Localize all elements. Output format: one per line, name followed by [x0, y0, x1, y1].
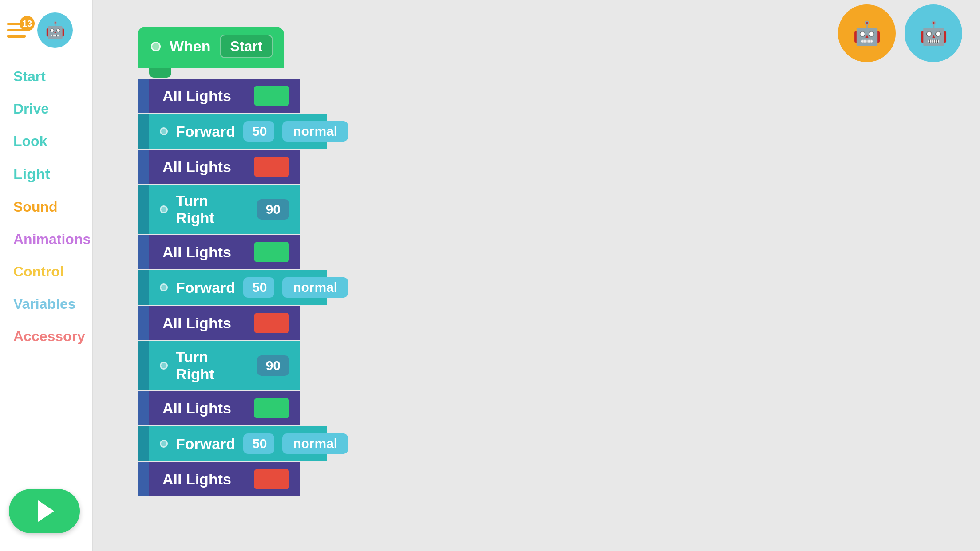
forward-mode-3[interactable]: normal: [282, 433, 348, 454]
sidebar-item-start[interactable]: Start: [0, 60, 92, 93]
all-lights-label-4: All Lights: [162, 315, 246, 332]
all-lights-label-6: All Lights: [162, 471, 246, 488]
connector-dot-forward3: [160, 440, 168, 448]
sidebar-item-look[interactable]: Look: [0, 125, 92, 157]
connector-dot-turn2: [160, 362, 168, 370]
sidebar-top: 13 🤖: [0, 4, 92, 56]
color-swatch-red-1[interactable]: [254, 157, 289, 177]
block-all-lights-3[interactable]: All Lights: [149, 235, 300, 269]
connector-dot-forward2: [160, 283, 168, 291]
block-forward-2[interactable]: Forward 50 normal: [149, 270, 327, 305]
forward-value-2[interactable]: 50: [243, 277, 274, 298]
block-when-start[interactable]: When Start: [138, 27, 284, 68]
block-turn-right-2[interactable]: Turn Right 90: [149, 341, 300, 390]
sidebar: 13 🤖 Start Drive Look Light Sound Animat…: [0, 0, 93, 551]
forward-mode-2[interactable]: normal: [282, 277, 348, 298]
play-icon: [38, 500, 54, 522]
sidebar-item-variables[interactable]: Variables: [0, 288, 92, 320]
connector-dot-turn1: [160, 205, 168, 213]
block-all-lights-5[interactable]: All Lights: [149, 391, 300, 425]
avatar-robot1[interactable]: 🤖: [838, 4, 896, 62]
turn-right-label-2: Turn Right: [176, 348, 249, 383]
main-canvas: 🤖 🤖 When Start All Lights: [93, 0, 980, 551]
turn-right-label-1: Turn Right: [176, 192, 249, 227]
sidebar-item-drive[interactable]: Drive: [0, 93, 92, 125]
color-swatch-red-2[interactable]: [254, 313, 289, 333]
block-forward-3[interactable]: Forward 50 normal: [149, 426, 327, 461]
sidebar-item-animations[interactable]: Animations: [0, 223, 92, 256]
color-swatch-green-2[interactable]: [254, 242, 289, 262]
sidebar-item-light[interactable]: Light: [0, 157, 92, 191]
block-forward-1[interactable]: Forward 50 normal: [149, 114, 327, 149]
play-button[interactable]: [9, 489, 80, 533]
block-all-lights-2[interactable]: All Lights: [149, 150, 300, 184]
notification-badge: 13: [20, 16, 35, 31]
color-swatch-red-3[interactable]: [254, 469, 289, 489]
menu-button[interactable]: 13: [7, 19, 33, 42]
forward-value-1[interactable]: 50: [243, 121, 274, 142]
sidebar-item-sound[interactable]: Sound: [0, 191, 92, 223]
block-all-lights-4[interactable]: All Lights: [149, 306, 300, 340]
block-all-lights-1[interactable]: All Lights: [149, 79, 300, 113]
when-label: When: [170, 38, 211, 55]
sidebar-nav: Start Drive Look Light Sound Animations …: [0, 56, 92, 551]
sidebar-item-accessory[interactable]: Accessory: [0, 320, 92, 353]
color-swatch-green-1[interactable]: [254, 86, 289, 106]
forward-label-3: Forward: [176, 435, 235, 453]
blocks-workspace: When Start All Lights Forward 50 normal: [138, 27, 327, 496]
turn-right-value-1[interactable]: 90: [257, 199, 289, 220]
color-swatch-green-3[interactable]: [254, 398, 289, 418]
forward-label-2: Forward: [176, 279, 235, 296]
connector-dot: [151, 42, 161, 51]
all-lights-label-3: All Lights: [162, 244, 246, 261]
block-turn-right-1[interactable]: Turn Right 90: [149, 185, 300, 234]
all-lights-label-2: All Lights: [162, 158, 246, 176]
block-all-lights-6[interactable]: All Lights: [149, 462, 300, 496]
user-avatar[interactable]: 🤖: [37, 12, 73, 48]
turn-right-value-2[interactable]: 90: [257, 355, 289, 376]
avatar-robot2[interactable]: 🤖: [905, 4, 962, 62]
all-lights-label-5: All Lights: [162, 400, 246, 417]
top-avatars: 🤖 🤖: [838, 4, 962, 62]
all-lights-label-1: All Lights: [162, 87, 246, 105]
forward-value-3[interactable]: 50: [243, 433, 274, 454]
forward-label-1: Forward: [176, 123, 235, 140]
sidebar-item-control[interactable]: Control: [0, 256, 92, 288]
connector-dot-forward1: [160, 127, 168, 135]
start-pill[interactable]: Start: [220, 35, 273, 58]
forward-mode-1[interactable]: normal: [282, 121, 348, 142]
